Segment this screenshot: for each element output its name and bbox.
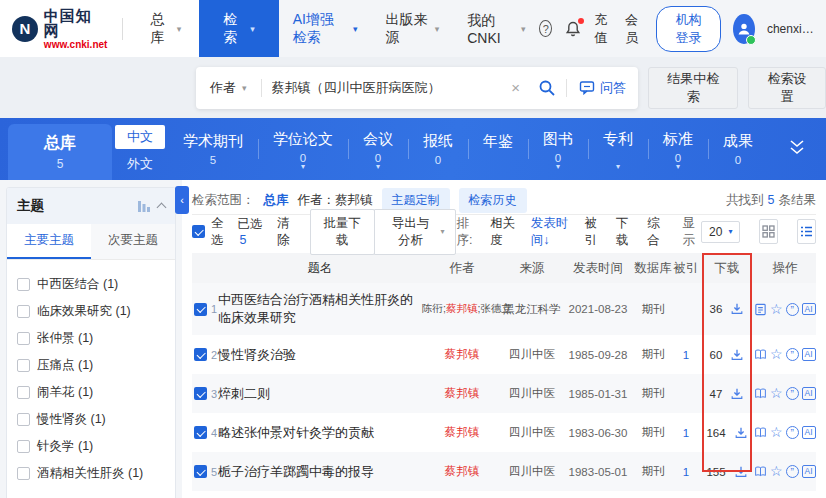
favorite-star-icon[interactable]: ☆: [770, 348, 783, 361]
page-size-dropdown[interactable]: 20 ▾: [701, 221, 740, 243]
col-title[interactable]: 题名: [218, 260, 422, 277]
sort-publish-date[interactable]: 发表时间↓: [531, 215, 572, 249]
batch-download-button[interactable]: 批量下载: [310, 209, 375, 255]
topic-filter-item[interactable]: 闹羊花 (1): [17, 384, 165, 401]
result-source[interactable]: 四川中医: [502, 386, 562, 401]
result-cited[interactable]: 1: [672, 466, 700, 478]
result-title-link[interactable]: 略述张仲景对针灸学的贡献: [218, 424, 422, 442]
scope-value[interactable]: 总库: [264, 192, 289, 209]
result-title-link[interactable]: 焠刺二则: [218, 385, 422, 403]
help-icon[interactable]: ?: [539, 20, 552, 37]
ai-icon[interactable]: AI: [802, 303, 816, 316]
nav-tab-yearbook[interactable]: 年鉴: [468, 118, 528, 180]
nav-tab-total-db[interactable]: 总库 5: [8, 124, 112, 180]
topic-filter-item[interactable]: 张仲景 (1): [17, 330, 165, 347]
checkbox-unchecked[interactable]: [17, 332, 30, 345]
export-analyze-button[interactable]: 导出与分析 ▾: [374, 209, 457, 255]
favorite-star-icon[interactable]: ☆: [770, 387, 783, 400]
search-input[interactable]: [262, 80, 504, 95]
download-icon[interactable]: [730, 387, 744, 401]
select-all-label[interactable]: 全选: [211, 215, 232, 249]
checkbox-unchecked[interactable]: [17, 413, 30, 426]
search-field-dropdown[interactable]: 作者 ▾: [196, 79, 261, 97]
lang-tab-foreign[interactable]: 外文: [115, 153, 165, 175]
col-download[interactable]: 下载: [700, 260, 754, 277]
ai-icon[interactable]: AI: [802, 465, 816, 478]
result-title-link[interactable]: 中西医结合治疗酒精相关性肝炎的临床效果研究: [218, 291, 422, 326]
cnki-logo[interactable]: N 中国知网 www.cnki.net: [0, 8, 108, 50]
favorite-star-icon[interactable]: ☆: [770, 303, 783, 316]
author-hit[interactable]: 蔡邦镇: [445, 387, 480, 399]
row-checkbox-checked[interactable]: [194, 387, 207, 400]
search-button[interactable]: [528, 79, 566, 97]
ai-icon[interactable]: AI: [802, 426, 816, 439]
row-checkbox-checked[interactable]: [194, 465, 207, 478]
tab-search[interactable]: 检索 ▾: [199, 0, 279, 57]
col-cited[interactable]: 被引: [672, 260, 700, 277]
notification-bell-icon[interactable]: [564, 20, 582, 38]
checkbox-unchecked[interactable]: [17, 440, 30, 453]
ai-icon[interactable]: AI: [802, 348, 816, 361]
nav-tab-standard[interactable]: 标准 0 ▾: [648, 118, 708, 180]
result-authors[interactable]: 蔡邦镇: [422, 464, 502, 479]
quote-icon[interactable]: ”: [786, 465, 799, 478]
result-authors[interactable]: 蔡邦镇: [422, 425, 502, 440]
clear-search-icon[interactable]: ×: [503, 79, 528, 96]
tab-my-cnki[interactable]: 我的CNKI ▾: [453, 0, 539, 57]
db-switch-dropdown[interactable]: 总库 ▾: [136, 0, 195, 57]
search-in-results-button[interactable]: 结果中检索: [648, 67, 738, 109]
nav-tab-thesis[interactable]: 学位论文 0 ▾: [258, 118, 348, 180]
user-avatar[interactable]: [733, 14, 755, 44]
quote-icon[interactable]: ”: [786, 348, 799, 361]
row-checkbox-checked[interactable]: [194, 303, 207, 316]
author-hit[interactable]: 蔡邦镇: [445, 426, 480, 438]
result-source[interactable]: 四川中医: [502, 347, 562, 362]
checkbox-unchecked[interactable]: [17, 467, 30, 480]
vip-link[interactable]: 会员: [625, 11, 644, 47]
grid-view-button[interactable]: [759, 219, 778, 244]
col-db[interactable]: 数据库: [634, 260, 672, 277]
result-title-link[interactable]: 慢性肾炎治验: [218, 346, 422, 364]
row-checkbox-checked[interactable]: [194, 348, 207, 361]
bar-chart-icon[interactable]: [138, 201, 150, 212]
book-icon[interactable]: [754, 426, 767, 439]
result-title-link[interactable]: 栀子治疗羊踯躅中毒的报导: [218, 463, 422, 481]
result-authors[interactable]: 蔡邦镇: [422, 347, 502, 362]
topic-filter-item[interactable]: 酒精相关性肝炎 (1): [17, 465, 165, 482]
row-checkbox-checked[interactable]: [194, 426, 207, 439]
recharge-link[interactable]: 充值: [594, 11, 613, 47]
quote-icon[interactable]: ”: [786, 303, 799, 316]
checkbox-unchecked[interactable]: [17, 386, 30, 399]
result-cited[interactable]: 1: [672, 427, 700, 439]
favorite-star-icon[interactable]: ☆: [770, 426, 783, 439]
tab-ai-search[interactable]: AI增强检索 ▾: [279, 0, 372, 57]
sort-overall[interactable]: 综合: [647, 215, 665, 249]
quote-icon[interactable]: ”: [786, 426, 799, 439]
qa-button[interactable]: 问答: [567, 79, 638, 97]
org-login-button[interactable]: 机构登录: [656, 6, 722, 52]
nav-tab-patent[interactable]: 专利 ▾: [588, 118, 648, 180]
nav-expand-chevrons-icon[interactable]: [786, 136, 808, 158]
col-author[interactable]: 作者: [422, 260, 502, 277]
list-view-button[interactable]: [797, 219, 816, 244]
nav-tab-book[interactable]: 图书 0 ▾: [528, 118, 588, 180]
ai-icon[interactable]: AI: [802, 387, 816, 400]
topic-filter-item[interactable]: 压痛点 (1): [17, 357, 165, 374]
lang-tab-chinese[interactable]: 中文: [115, 125, 165, 149]
author-hit[interactable]: 蔡邦镇: [446, 302, 478, 314]
sidebar-collapse-handle[interactable]: ‹: [175, 186, 189, 214]
result-authors[interactable]: 蔡邦镇: [422, 386, 502, 401]
result-source[interactable]: 四川中医: [502, 425, 562, 440]
username-text[interactable]: chenxiandr...: [767, 22, 816, 36]
book-icon[interactable]: [754, 465, 767, 478]
download-icon[interactable]: [734, 426, 748, 440]
sort-download[interactable]: 下载: [616, 215, 634, 249]
quote-icon[interactable]: ”: [786, 387, 799, 400]
checkbox-unchecked[interactable]: [17, 278, 30, 291]
book-icon[interactable]: [754, 348, 767, 361]
search-settings-button[interactable]: 检索设置: [748, 67, 826, 109]
favorite-star-icon[interactable]: ☆: [770, 465, 783, 478]
sort-cited[interactable]: 被引: [585, 215, 603, 249]
result-source[interactable]: 黑龙江科学: [502, 302, 562, 317]
result-source[interactable]: 四川中医: [502, 464, 562, 479]
